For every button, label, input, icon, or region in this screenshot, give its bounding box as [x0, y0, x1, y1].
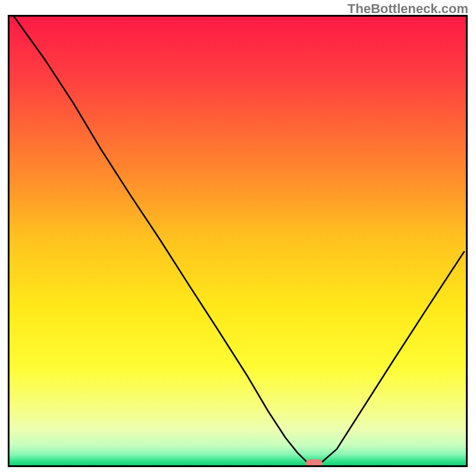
plot-area	[8, 15, 468, 467]
chart-frame: TheBottleneck.com	[0, 0, 476, 476]
curve-line	[10, 17, 466, 465]
highlight-marker	[306, 459, 322, 467]
